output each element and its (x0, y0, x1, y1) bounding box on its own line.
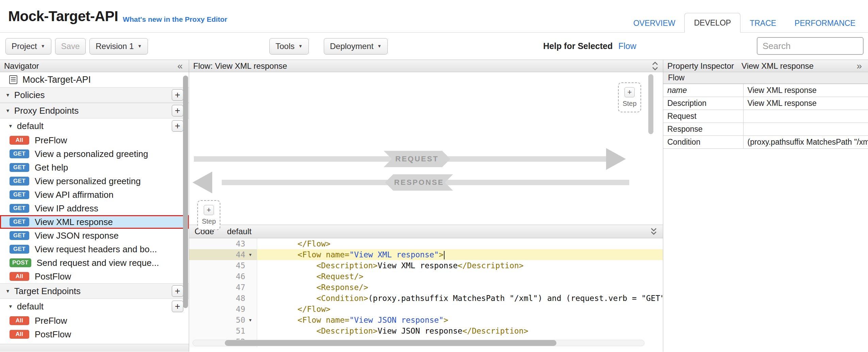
help-for-selected-label: Help for Selected (543, 41, 613, 51)
navigator-flow-get-help[interactable]: GETGet help (0, 161, 189, 174)
property-value[interactable] (743, 110, 868, 123)
tools-button[interactable]: Tools▼ (269, 38, 309, 54)
disclosure-triangle-icon[interactable]: ▼ (8, 123, 13, 129)
code-line-45[interactable]: 45 <Description>View XML response</Descr… (189, 260, 663, 271)
code-line-51[interactable]: 51 <Description>View JSON response</Desc… (189, 325, 663, 336)
scrollbar-thumb[interactable] (225, 340, 556, 346)
proxy-title: Mock-Target-API (8, 8, 118, 25)
code-text: </Flow> (257, 238, 663, 249)
flow-diagram-scrollbar[interactable] (648, 74, 653, 223)
property-label: Condition (663, 136, 743, 149)
add-button[interactable]: + (172, 285, 183, 297)
navigator-flow-postflow[interactable]: AllPostFlow (0, 327, 189, 341)
code-line-47[interactable]: 47 <Response/> (189, 282, 663, 293)
add-button[interactable]: + (172, 105, 183, 116)
code-editor[interactable]: 43 </Flow>44▾ <Flow name="View XML respo… (189, 238, 663, 352)
deployment-button[interactable]: Deployment▼ (324, 38, 388, 54)
add-step-button-request[interactable]: + Step (197, 200, 220, 230)
property-row-request: Request (663, 110, 868, 123)
navigator-flow-view-ip-address[interactable]: GETView IP address (0, 202, 189, 215)
line-number-gutter: 51 (189, 325, 257, 336)
code-line-43[interactable]: 43 </Flow> (189, 238, 663, 249)
whats-new-link[interactable]: What's new in the Proxy Editor (123, 15, 227, 23)
navigator-section-policies[interactable]: ▼Policies+ (0, 87, 189, 103)
code-text: </Flow> (257, 304, 663, 315)
scrollbar-thumb[interactable] (183, 76, 188, 308)
navigator-proxy-root[interactable]: Mock-Target-API (0, 72, 189, 87)
main-panels: Navigator « Mock-Target-API ▼Policies+▼P… (0, 60, 868, 352)
navigator-subsection-default[interactable]: ▼default+ (0, 118, 189, 133)
navigator-subsection-default[interactable]: ▼default+ (0, 299, 189, 314)
property-value[interactable] (743, 123, 868, 136)
property-value[interactable]: View XML response (743, 84, 868, 97)
section-label: Policies (14, 90, 45, 100)
line-number-gutter: 50▾ (189, 315, 257, 325)
expand-panel-icon[interactable]: » (854, 61, 864, 71)
tab-trace[interactable]: TRACE (740, 14, 785, 33)
navigator-flow-view-a-personalized-greeting[interactable]: GETView a personalized greeting (0, 147, 189, 161)
tab-overview[interactable]: OVERVIEW (624, 14, 685, 33)
step-button-label: Step (202, 218, 216, 225)
toolbar-left-group: Project▼ Save Revision 1▼ (5, 38, 148, 54)
project-button[interactable]: Project▼ (5, 38, 51, 54)
navigator-flow-preflow[interactable]: AllPreFlow (0, 133, 189, 147)
flow-label: PostFlow (35, 271, 71, 282)
flow-label: Get help (35, 162, 68, 173)
collapse-editor-icon[interactable] (650, 226, 657, 237)
flow-label: View IP address (35, 203, 98, 214)
method-badge-all: All (10, 330, 29, 339)
text-cursor (444, 251, 445, 259)
add-step-button-response[interactable]: + Step (618, 82, 641, 112)
code-line-46[interactable]: 46 <Request/> (189, 271, 663, 282)
code-horizontal-scrollbar[interactable] (193, 340, 645, 346)
tab-develop[interactable]: DEVELOP (684, 13, 740, 33)
code-text: <Request/> (257, 271, 663, 282)
code-line-44[interactable]: 44▾ <Flow name="View XML response"> (189, 249, 663, 260)
fold-toggle-icon[interactable]: ▾ (245, 249, 255, 260)
tab-performance[interactable]: PERFORMANCE (785, 14, 865, 33)
line-number-gutter: 45 (189, 260, 257, 271)
help-flow-link[interactable]: Flow (618, 41, 636, 51)
save-button[interactable]: Save (55, 38, 86, 54)
property-label: Description (663, 97, 743, 110)
add-button[interactable]: + (172, 89, 183, 101)
chevron-down-icon: ▼ (137, 44, 142, 49)
navigator-flow-view-json-response[interactable]: GETView JSON response (0, 229, 189, 242)
navigator-flow-view-xml-response[interactable]: GETView XML response (0, 215, 189, 229)
add-button[interactable]: + (172, 120, 183, 132)
navigator-panel: Navigator « Mock-Target-API ▼Policies+▼P… (0, 60, 189, 352)
navigator-flow-postflow[interactable]: AllPostFlow (0, 270, 189, 283)
search-input[interactable] (757, 37, 864, 55)
revision-button-label: Revision 1 (96, 42, 134, 51)
collapse-panel-icon[interactable]: « (175, 61, 185, 71)
code-line-48[interactable]: 48 <Condition>(proxy.pathsuffix MatchesP… (189, 293, 663, 304)
property-value[interactable]: View XML response (743, 97, 868, 110)
navigator-flow-view-request-headers-and-bo[interactable]: GETView request headers and bo... (0, 242, 189, 256)
disclosure-triangle-icon[interactable]: ▼ (8, 304, 13, 309)
navigator-scrollbar[interactable] (183, 76, 188, 345)
step-button-label: Step (622, 100, 636, 108)
navigator-section-target-endpoints[interactable]: ▼Target Endpoints+ (0, 283, 189, 299)
navigator-flow-send-request-and-view-reque[interactable]: POSTSend request and view reque... (0, 256, 189, 270)
navigator-section-proxy-endpoints[interactable]: ▼Proxy Endpoints+ (0, 103, 189, 118)
property-table: nameView XML responseDescriptionView XML… (663, 84, 868, 149)
add-button[interactable]: + (172, 301, 183, 312)
revision-button[interactable]: Revision 1▼ (89, 38, 148, 54)
disclosure-triangle-icon[interactable]: ▼ (5, 92, 10, 98)
flow-label: View a personalized greeting (35, 149, 148, 159)
property-value[interactable]: (proxy.pathsuffix MatchesPath "/xml") an… (743, 136, 868, 149)
navigator-flow-view-personalized-greeting[interactable]: GETView personalized greeting (0, 174, 189, 188)
method-badge-all: All (10, 136, 29, 145)
property-section-flow: Flow (663, 72, 868, 84)
navigator-flow-preflow[interactable]: AllPreFlow (0, 314, 189, 327)
scrollbar-thumb[interactable] (648, 74, 653, 134)
code-line-50[interactable]: 50▾ <Flow name="View JSON response"> (189, 315, 663, 325)
navigator-flow-view-api-affirmation[interactable]: GETView API affirmation (0, 188, 189, 202)
disclosure-triangle-icon[interactable]: ▼ (5, 108, 10, 113)
expand-collapse-icon[interactable] (651, 61, 659, 71)
fold-toggle-icon[interactable]: ▾ (245, 315, 255, 325)
code-line-49[interactable]: 49 </Flow> (189, 304, 663, 315)
disclosure-triangle-icon[interactable]: ▼ (5, 288, 10, 294)
toolbar: Project▼ Save Revision 1▼ Tools▼ Deploym… (0, 33, 868, 60)
flow-label: View personalized greeting (35, 176, 141, 187)
